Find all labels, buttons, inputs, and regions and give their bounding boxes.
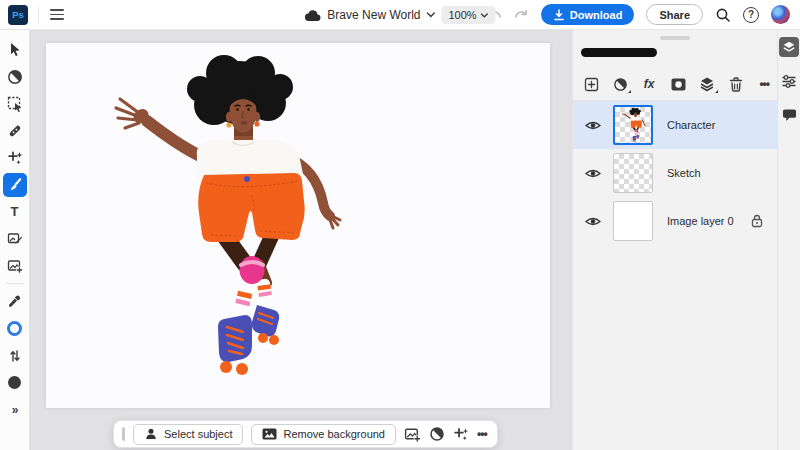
image-icon [262, 428, 277, 440]
layer-row-character[interactable]: Character [573, 101, 777, 149]
divider [38, 7, 39, 23]
type-tool[interactable]: T [3, 200, 27, 224]
main-menu-icon[interactable] [49, 8, 65, 22]
download-button[interactable]: Download [541, 4, 635, 25]
add-layer-icon[interactable] [581, 74, 601, 94]
download-icon [553, 9, 565, 21]
fx-icon[interactable]: fx [639, 74, 659, 94]
document-canvas[interactable] [46, 43, 550, 408]
trash-icon[interactable] [726, 74, 746, 94]
swap-colors-icon[interactable] [3, 344, 27, 368]
download-label: Download [570, 9, 623, 21]
layers-panel: fx ••• Character [572, 30, 777, 450]
taskbar-more-icon[interactable]: ••• [477, 423, 487, 445]
layer-name: Sketch [667, 167, 701, 179]
eyedropper-tool[interactable] [3, 290, 27, 314]
panel-title-bar [581, 48, 657, 57]
layer-row-image-layer-0[interactable]: Image layer 0 [573, 197, 777, 245]
photoshop-logo[interactable]: Ps [8, 5, 28, 25]
character-artwork [46, 43, 550, 408]
comments-panel-icon[interactable] [779, 105, 799, 125]
layers-stack-icon[interactable] [697, 74, 717, 94]
add-image-icon[interactable] [404, 423, 421, 445]
adjustment-icon[interactable] [610, 74, 630, 94]
foreground-color-swatch[interactable] [3, 317, 27, 341]
account-avatar[interactable] [771, 5, 790, 24]
top-bar: Ps Brave New World 100% [0, 0, 800, 30]
visibility-eye-icon[interactable] [581, 216, 605, 227]
cloud-icon [304, 9, 321, 22]
visibility-eye-icon[interactable] [581, 168, 605, 179]
search-icon[interactable] [715, 7, 731, 23]
zoom-level-value: 100% [449, 9, 477, 21]
redo-icon[interactable] [514, 9, 529, 21]
contextual-taskbar: Select subject Remove background ••• [113, 420, 498, 448]
background-color-swatch[interactable] [3, 371, 27, 395]
generative-tool[interactable] [3, 146, 27, 170]
adjustment-tool[interactable] [3, 65, 27, 89]
layers-panel-icon[interactable] [779, 37, 799, 57]
divider [6, 283, 24, 284]
layers-more-icon[interactable]: ••• [759, 77, 769, 91]
layer-thumbnail[interactable] [613, 201, 653, 241]
layer-thumbnail[interactable] [613, 105, 653, 145]
remove-background-button[interactable]: Remove background [251, 424, 396, 445]
more-tools-button[interactable]: » [3, 398, 27, 422]
object-select-tool[interactable] [3, 92, 27, 116]
tools-panel: T » [0, 30, 30, 450]
layer-name: Character [667, 119, 715, 131]
layer-name: Image layer 0 [667, 215, 734, 227]
layer-list: Character Sketch Image layer 0 [573, 101, 777, 245]
photoshop-web-app: Ps Brave New World 100% [0, 0, 800, 450]
share-button[interactable]: Share [646, 4, 703, 25]
layer-row-sketch[interactable]: Sketch [573, 149, 777, 197]
adjustments-panel-icon[interactable] [779, 71, 799, 91]
brush-tool[interactable] [3, 173, 27, 197]
chevron-down-icon [481, 13, 489, 18]
select-subject-button[interactable]: Select subject [133, 424, 243, 445]
zoom-level-dropdown[interactable]: 100% [442, 6, 496, 24]
lock-icon[interactable] [751, 214, 763, 228]
document-title[interactable]: Brave New World [327, 8, 420, 22]
add-image-tool[interactable] [3, 254, 27, 278]
move-tool[interactable] [3, 38, 27, 62]
visibility-eye-icon[interactable] [581, 120, 605, 131]
layers-panel-toolbar: fx ••• [581, 74, 769, 94]
mask-icon[interactable] [668, 74, 688, 94]
chevron-down-icon[interactable] [427, 12, 436, 18]
adjustment-icon[interactable] [429, 423, 445, 445]
healing-tool[interactable] [3, 119, 27, 143]
image-adjust-tool[interactable] [3, 227, 27, 251]
taskbar-drag-handle[interactable] [122, 427, 125, 441]
person-icon [144, 427, 158, 441]
sparkle-plus-icon[interactable] [453, 423, 469, 445]
layer-thumbnail[interactable] [613, 153, 653, 193]
help-icon[interactable]: ? [743, 7, 759, 23]
workspace: Select subject Remove background ••• [30, 30, 572, 450]
right-rail [777, 30, 800, 450]
panel-drag-handle[interactable] [660, 36, 690, 40]
